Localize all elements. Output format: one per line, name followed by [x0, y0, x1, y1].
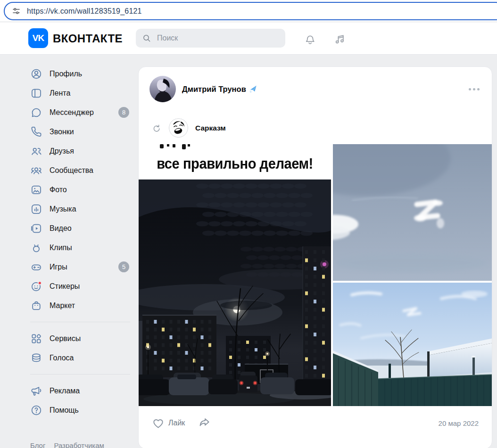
browser-toolbar: https://vk.com/wall1283519_6121	[0, 0, 497, 22]
meme-text-area: все правильно делаем!	[139, 144, 331, 179]
share-arrow-icon	[198, 415, 211, 429]
vk-wordmark[interactable]: ВКОНТАКТЕ	[53, 32, 123, 45]
games-icon	[30, 261, 42, 273]
sidebar-item-label: Музыка	[50, 205, 76, 213]
sidebar-item-label: Мессенджер	[50, 108, 94, 117]
sidebar-item-stickers[interactable]: Стикеры	[30, 277, 130, 296]
profile-icon	[30, 68, 42, 80]
sidebar-item-music[interactable]: Музыка	[30, 199, 130, 219]
notification-dot	[38, 281, 41, 285]
sidebar-item-label: Лента	[50, 89, 70, 98]
sidebar-item-label: Помощь	[50, 406, 79, 415]
voices-icon	[30, 352, 42, 364]
sidebar-item-label: Видео	[50, 224, 72, 233]
sidebar-item-market[interactable]: Маркет	[30, 296, 130, 315]
like-button[interactable]: Лайк	[152, 417, 185, 430]
bell-icon[interactable]	[304, 33, 316, 46]
winter-yard-photo[interactable]	[333, 283, 492, 406]
clips-icon	[30, 242, 42, 254]
sidebar-item-label: Звонки	[50, 128, 74, 136]
sidebar-divider	[30, 322, 130, 322]
wall-post-card: Дмитрий Трунов	[138, 66, 492, 448]
post-actions: Лайк 20 мар 2022	[139, 414, 492, 432]
vk-top-header: VK ВКОНТАКТЕ	[0, 22, 497, 55]
music-notes-icon[interactable]	[333, 33, 346, 46]
calls-icon	[30, 126, 42, 138]
sidebar-item-label: Игры	[50, 263, 67, 271]
sidebar-item-photos[interactable]: Фото	[30, 180, 130, 199]
sidebar-item-label: Сообщества	[50, 166, 93, 175]
sidebar-item-label: Друзья	[50, 147, 74, 155]
messenger-icon	[30, 106, 42, 119]
sidebar-item-video[interactable]: Видео	[30, 219, 130, 238]
heart-icon	[152, 417, 165, 430]
repost-community-avatar[interactable]	[169, 118, 188, 138]
communities-icon	[30, 164, 42, 177]
repost-arrow-icon	[151, 123, 162, 133]
post-menu-button[interactable]	[466, 85, 482, 93]
sidebar-item-label: Клипы	[50, 244, 72, 252]
sidebar-item-ads[interactable]: Реклама	[30, 381, 130, 400]
sidebar-item-label: Реклама	[50, 387, 80, 395]
stickers-icon	[30, 280, 42, 293]
post-author[interactable]: Дмитрий Трунов	[182, 85, 258, 94]
feed-icon	[30, 87, 42, 99]
author-avatar[interactable]	[149, 76, 176, 102]
sidebar-item-friends[interactable]: Друзья	[30, 141, 130, 161]
music-icon	[30, 203, 42, 215]
market-icon	[30, 300, 42, 312]
sidebar-item-label: Стикеры	[50, 282, 80, 291]
tune-icon[interactable]	[11, 6, 21, 16]
repost-source-name[interactable]: Сарказм	[195, 124, 226, 132]
search-icon	[142, 33, 151, 43]
photo-night-city[interactable]: все правильно делаем!	[139, 144, 331, 406]
blog-link[interactable]: Блог	[30, 441, 45, 448]
cropped-text-fragments	[139, 144, 331, 151]
repost-header: Сарказм	[139, 118, 492, 138]
sidebar-item-profile[interactable]: Профиль	[30, 64, 130, 83]
sidebar-divider	[30, 374, 130, 375]
sidebar-item-feed[interactable]: Лента	[30, 83, 130, 103]
sidebar-item-services[interactable]: Сервисы	[30, 329, 130, 348]
photos-icon	[30, 184, 42, 196]
sidebar-item-voices[interactable]: Голоса	[30, 348, 130, 367]
video-icon	[30, 222, 42, 235]
address-bar[interactable]: https://vk.com/wall1283519_6121	[4, 2, 497, 20]
help-icon	[30, 404, 42, 416]
night-city-photo[interactable]	[139, 179, 331, 406]
sidebar-item-label: Фото	[50, 186, 67, 194]
search-box[interactable]	[136, 29, 285, 48]
sidebar-item-messenger[interactable]: Мессенджер 8	[30, 103, 130, 122]
paper-plane-icon	[249, 85, 258, 93]
services-icon	[30, 333, 42, 345]
sky-z-cloud-photo[interactable]	[333, 144, 492, 281]
ads-icon	[30, 385, 42, 397]
url-text[interactable]: https://vk.com/wall1283519_6121	[27, 7, 142, 16]
like-label: Лайк	[168, 419, 185, 427]
sidebar-nav: Профиль Лента Мессенджер 8 Звонки Друзья	[30, 64, 130, 420]
games-badge: 5	[118, 261, 129, 272]
meme-caption: все правильно делаем!	[144, 155, 325, 172]
sidebar-item-communities[interactable]: Сообщества	[30, 161, 130, 180]
sidebar-item-games[interactable]: Игры 5	[30, 257, 130, 277]
post-photo-grid: все правильно делаем!	[139, 144, 492, 406]
post-date: 20 мар 2022	[439, 419, 479, 427]
vk-logo[interactable]: VK	[28, 28, 48, 48]
sidebar-item-calls[interactable]: Звонки	[30, 122, 130, 141]
sidebar-item-label: Сервисы	[50, 334, 81, 343]
sidebar-item-label: Маркет	[50, 301, 75, 310]
search-input[interactable]	[156, 33, 271, 43]
sidebar-item-label: Голоса	[50, 354, 74, 362]
share-button[interactable]	[198, 415, 211, 431]
sidebar-footer-links: Блог Разработчикам	[30, 441, 104, 448]
sidebar-item-label: Профиль	[50, 70, 82, 78]
post-header: Дмитрий Трунов	[139, 67, 492, 102]
messenger-badge: 8	[118, 107, 129, 118]
friends-icon	[30, 145, 42, 157]
page-content: Профиль Лента Мессенджер 8 Звонки Друзья	[0, 55, 497, 448]
developers-link[interactable]: Разработчикам	[54, 441, 104, 448]
sidebar-item-help[interactable]: Помощь	[30, 400, 130, 420]
author-name[interactable]: Дмитрий Трунов	[182, 85, 246, 94]
sidebar-item-clips[interactable]: Клипы	[30, 238, 130, 257]
